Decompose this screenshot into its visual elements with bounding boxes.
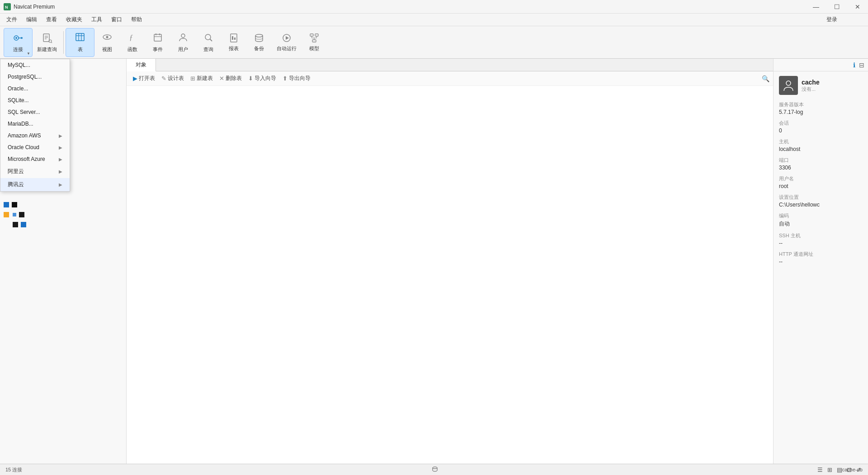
model-label: 模型 — [309, 45, 319, 52]
search-button[interactable]: 🔍 — [762, 75, 769, 82]
expand-icon[interactable]: ⤢ — [855, 466, 863, 473]
auto-run-button[interactable]: 自动运行 — [272, 28, 302, 57]
new-query-label: 新建查询 — [37, 47, 57, 52]
main-layout: MySQL... PostgreSQL... Oracle... SQLite.… — [0, 59, 868, 464]
svg-rect-27 — [232, 36, 233, 40]
menu-bar: 文件 编辑 查看 收藏夹 工具 窗口 帮助 登录 — [0, 14, 868, 26]
menu-file[interactable]: 文件 — [2, 14, 22, 25]
dropdown-item-oracle[interactable]: Oracle... — [0, 83, 70, 94]
user-icon — [178, 32, 189, 45]
menu-favorites[interactable]: 收藏夹 — [61, 14, 87, 25]
view-button[interactable]: 视图 — [94, 28, 120, 57]
dropdown-item-mysql[interactable]: MySQL... — [0, 59, 70, 71]
table-icon — [75, 32, 85, 45]
event-icon — [152, 32, 163, 45]
query-button[interactable]: 查询 — [196, 28, 221, 57]
minimize-button[interactable]: — — [806, 0, 826, 14]
design-table-button[interactable]: ✎ 设计表 — [159, 73, 187, 84]
info-http: HTTP 通道网址 -- — [779, 251, 863, 265]
export-icon: ⬆ — [283, 75, 288, 82]
event-button[interactable]: 事件 — [145, 28, 170, 57]
backup-label: 备份 — [254, 45, 264, 52]
panel-toggle-icon[interactable]: ⊟ — [859, 61, 864, 69]
dropdown-item-postgresql[interactable]: PostgreSQL... — [0, 71, 70, 83]
info-value-save-path: C:\Users\hellowc — [779, 202, 863, 208]
info-value-username: root — [779, 183, 863, 189]
status-right-icons: ☰ ⊞ ▤ ⊡ ⤢ — [816, 466, 863, 473]
new-table-button[interactable]: ⊞ 新建表 — [188, 73, 216, 84]
dropdown-item-azure[interactable]: Microsoft Azure ▶ — [0, 153, 70, 165]
maximize-button[interactable]: ☐ — [826, 0, 847, 14]
info-label-username: 用户名 — [779, 175, 863, 182]
user-button[interactable]: 用户 — [170, 28, 196, 57]
tab-objects[interactable]: 对象 — [127, 59, 156, 71]
export-wizard-button[interactable]: ⬆ 导出向导 — [280, 73, 313, 84]
search-icon[interactable]: 🔍 — [762, 75, 769, 82]
menu-help[interactable]: 帮助 — [127, 14, 146, 25]
table-button[interactable]: 表 — [66, 28, 94, 57]
sidebar-item-row-4[interactable] — [0, 220, 126, 230]
new-query-button[interactable]: 新建查询 — [33, 28, 61, 57]
auto-run-icon — [281, 33, 292, 44]
svg-rect-32 — [310, 34, 313, 36]
dropdown-item-tencent[interactable]: 腾讯云 ▶ — [0, 178, 70, 191]
table-view-icon[interactable]: ▤ — [835, 466, 844, 473]
connect-icon — [13, 33, 24, 46]
import-icon: ⬇ — [248, 75, 253, 82]
info-save-path: 设置位置 C:\Users\hellowc — [779, 194, 863, 208]
close-button[interactable]: ✕ — [847, 0, 868, 14]
info-label-session: 会话 — [779, 120, 863, 127]
design-table-icon: ✎ — [161, 75, 166, 82]
connect-button[interactable]: 连接 ▼ — [4, 28, 33, 57]
sidebar: MySQL... PostgreSQL... Oracle... SQLite.… — [0, 59, 127, 464]
svg-point-3 — [15, 37, 17, 39]
menu-edit[interactable]: 编辑 — [22, 14, 42, 25]
new-table-icon: ⊞ — [190, 75, 195, 82]
info-icon[interactable]: ℹ — [853, 61, 855, 69]
info-label-server: 服务器版本 — [779, 101, 863, 108]
report-button[interactable]: 报表 — [221, 28, 246, 57]
login-button[interactable]: 登录 — [823, 14, 841, 25]
info-value-ssh: -- — [779, 240, 863, 246]
info-label-ssh: SSH 主机 — [779, 232, 863, 239]
sidebar-item-row-2[interactable] — [0, 200, 126, 210]
model-button[interactable]: 模型 — [302, 28, 327, 57]
dropdown-item-mariadb[interactable]: MariaDB... — [0, 118, 70, 130]
open-table-button[interactable]: ▶ 打开表 — [130, 73, 158, 84]
menu-tools[interactable]: 工具 — [87, 14, 107, 25]
menu-window[interactable]: 窗口 — [107, 14, 127, 25]
submenu-arrow-azure: ▶ — [59, 157, 62, 162]
app-icon: N — [4, 3, 11, 10]
toolbar-separator-1 — [63, 31, 64, 54]
info-label-port: 端口 — [779, 157, 863, 164]
svg-point-5 — [21, 37, 23, 39]
dropdown-item-oracle-cloud[interactable]: Oracle Cloud ▶ — [0, 141, 70, 153]
delete-table-button[interactable]: ✕ 删除表 — [217, 73, 245, 84]
dropdown-item-sqlite[interactable]: SQLite... — [0, 94, 70, 106]
sidebar-item-row-3[interactable] — [0, 210, 126, 220]
submenu-arrow-aliyun: ▶ — [59, 169, 62, 174]
dropdown-item-aliyun[interactable]: 阿里云 ▶ — [0, 165, 70, 178]
tab-bar: 对象 — [127, 59, 773, 71]
svg-point-39 — [786, 81, 791, 85]
info-value-encoding: 自动 — [779, 220, 863, 228]
svg-text:N: N — [5, 5, 8, 9]
dropdown-item-amazon[interactable]: Amazon AWS ▶ — [0, 130, 70, 141]
pane-icon[interactable]: ⊡ — [845, 466, 853, 473]
menu-view[interactable]: 查看 — [42, 14, 61, 25]
import-wizard-button[interactable]: ⬇ 导入向导 — [245, 73, 279, 84]
right-panel: ℹ ⊟ cache 没有... 服务器版本 — [773, 59, 868, 464]
svg-rect-28 — [234, 38, 236, 40]
event-label: 事件 — [153, 46, 163, 53]
db-icon-small — [432, 466, 438, 473]
list-view-icon[interactable]: ☰ — [816, 466, 824, 473]
dropdown-menu: MySQL... PostgreSQL... Oracle... SQLite.… — [0, 59, 70, 192]
dropdown-item-sqlserver[interactable]: SQL Server... — [0, 106, 70, 118]
grid-view-icon[interactable]: ⊞ — [826, 466, 834, 473]
avatar — [779, 76, 798, 95]
function-button[interactable]: ƒ 函数 — [120, 28, 145, 57]
info-encoding: 编码 自动 — [779, 212, 863, 228]
backup-button[interactable]: 备份 — [246, 28, 272, 57]
svg-point-24 — [205, 34, 211, 40]
info-label-encoding: 编码 — [779, 212, 863, 219]
